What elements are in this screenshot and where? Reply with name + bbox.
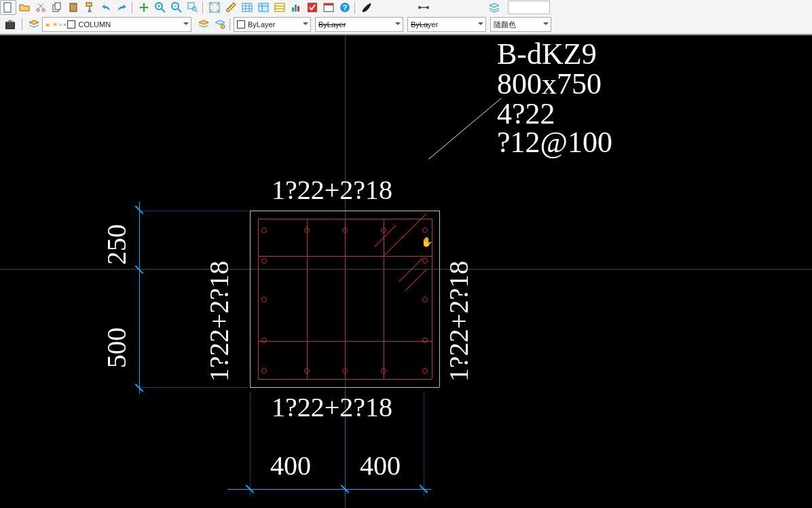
ext-line: [250, 392, 251, 497]
svg-rect-14: [259, 3, 268, 12]
corner-rebar-text: 4?22: [497, 99, 555, 129]
plot-color-combo[interactable]: 随颜色: [490, 17, 551, 32]
col-outline: [250, 387, 439, 388]
svg-rect-13: [242, 3, 252, 12]
rebar: [304, 228, 310, 233]
paste-icon[interactable]: [65, 0, 81, 15]
layer-prev-icon[interactable]: [196, 17, 212, 32]
dim-tool-icon[interactable]: [416, 0, 432, 15]
col-outline: [250, 211, 439, 211]
redo-icon[interactable]: [114, 0, 130, 15]
plot-color-text: 随颜色: [494, 20, 516, 30]
svg-rect-6: [71, 3, 75, 5]
crosshair-h: [0, 269, 812, 270]
rebar: [381, 228, 386, 233]
rebar: [261, 368, 267, 374]
layer-combo-text: COLUMN: [78, 20, 111, 29]
ext-line: [424, 392, 424, 497]
svg-rect-4: [55, 3, 60, 10]
column-size-text: 800x750: [497, 69, 602, 99]
hook: [402, 213, 426, 238]
measure-icon[interactable]: [223, 0, 239, 15]
left-rebar-text: 1?22+2?18: [206, 261, 233, 382]
stirrup: [258, 379, 432, 380]
copy-icon[interactable]: [49, 0, 65, 15]
rebar: [261, 258, 267, 264]
cursor-hand-icon: ✋: [421, 236, 432, 247]
rebar: [381, 368, 386, 374]
hook: [399, 257, 423, 282]
combo1-text: ByLayer: [248, 20, 275, 29]
ext-line: [345, 392, 346, 497]
right-rebar-text: 1?22+2?18: [445, 261, 473, 382]
ext-line: [139, 387, 248, 388]
rebar: [422, 258, 428, 264]
help-icon[interactable]: ?: [337, 0, 353, 15]
rebar: [304, 368, 310, 374]
zoom-in-icon[interactable]: [152, 0, 168, 15]
rebar: [422, 297, 428, 302]
zoom-extents-icon[interactable]: [206, 0, 223, 15]
layer-stack-icon[interactable]: [26, 17, 42, 32]
rebar: [422, 368, 428, 374]
table3-icon[interactable]: [272, 0, 288, 15]
cut-icon[interactable]: [33, 0, 49, 15]
layers-icon[interactable]: [486, 0, 502, 15]
chart-icon[interactable]: [288, 0, 304, 15]
table-icon[interactable]: [239, 0, 255, 15]
tie: [384, 219, 384, 379]
zoom-out-icon[interactable]: [168, 0, 185, 15]
rebar: [422, 338, 428, 343]
dim-500-text: 500: [103, 327, 130, 368]
pen-icon[interactable]: [358, 0, 375, 15]
calendar-icon[interactable]: [320, 0, 337, 15]
svg-point-1: [37, 9, 39, 12]
pan-icon[interactable]: [136, 0, 152, 15]
leader: [428, 98, 502, 160]
svg-point-2: [42, 9, 45, 12]
dim-400b-text: 400: [360, 452, 401, 479]
color-bylayer-combo[interactable]: ByLayer: [234, 17, 311, 32]
undo-icon[interactable]: [98, 0, 114, 15]
stirrup: [258, 219, 259, 379]
dim-250-text: 250: [103, 224, 130, 265]
rebar: [422, 228, 428, 233]
svg-rect-24: [6, 22, 15, 29]
col-outline: [250, 211, 251, 387]
top-rebar-text: 1?22+2?18: [272, 177, 392, 204]
rebar: [261, 338, 267, 343]
tie: [345, 219, 346, 379]
home-view-icon[interactable]: [0, 16, 20, 33]
format-paint-icon[interactable]: [81, 0, 98, 15]
hook: [382, 235, 405, 257]
svg-rect-16: [292, 7, 294, 12]
check-icon[interactable]: [304, 0, 320, 15]
new-icon[interactable]: [0, 0, 16, 15]
main-toolbar: ?: [0, 0, 812, 16]
zoom-window-icon[interactable]: [185, 0, 201, 15]
svg-rect-10: [188, 3, 194, 9]
table2-icon[interactable]: [255, 0, 272, 15]
svg-rect-15: [275, 3, 284, 12]
svg-rect-7: [86, 3, 92, 6]
tie: [307, 219, 308, 379]
bottom-rebar-text: 1?22+2?18: [272, 394, 392, 421]
column-id-text: B-dKZ9: [497, 39, 597, 69]
rebar: [261, 228, 267, 233]
drawing-canvas[interactable]: ✋ B-dKZ9 800x750 4?22 ?12@100 1?22+2?18 …: [0, 35, 812, 508]
svg-rect-18: [297, 6, 299, 12]
rebar: [342, 228, 348, 233]
svg-rect-17: [295, 5, 297, 12]
dim-line-v: [139, 202, 140, 394]
rebar: [342, 368, 348, 374]
open-icon[interactable]: [16, 0, 33, 15]
layer-iso-icon[interactable]: [212, 17, 228, 32]
svg-text:?: ?: [343, 3, 348, 12]
col-outline: [439, 211, 440, 387]
lineweight-combo[interactable]: ByLayer: [407, 17, 486, 32]
layer-combo[interactable]: ● ☀ ▫ ▫ COLUMN: [42, 17, 191, 32]
dim-line-h: [227, 489, 431, 490]
linetype-combo[interactable]: ByLayer: [315, 17, 403, 32]
property-toolbar: ● ☀ ▫ ▫ COLUMN ByLayer ByLayer ByLayer 随…: [0, 15, 812, 35]
ext-line: [139, 211, 248, 211]
